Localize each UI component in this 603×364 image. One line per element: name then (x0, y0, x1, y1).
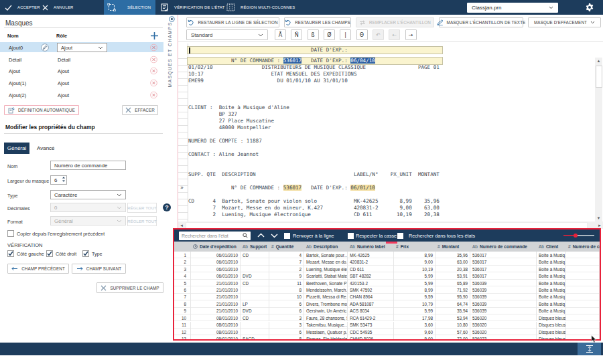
table-row[interactable]: 1309/01/2010SACD8Strauss, Ein Heldenle…C… (174, 335, 600, 341)
role-select[interactable]: Ajout (57, 43, 107, 52)
edit-pencil-icon[interactable] (41, 43, 49, 52)
table-row[interactable]: 1008/01/2010CD3Faure, 28 chansons, S…RCA… (174, 314, 600, 321)
report-line[interactable] (188, 158, 440, 165)
report-line[interactable]: SUPP. QTE DESCRIPTION LABEL/N° PX_UNIT M… (188, 171, 440, 178)
zoom-slider[interactable] (563, 232, 594, 239)
trap-char-button[interactable]: Θ (356, 29, 368, 40)
fit-height-button[interactable] (578, 343, 601, 355)
report-line[interactable] (188, 131, 440, 138)
report-line[interactable] (188, 191, 440, 198)
table-row[interactable]: 206/01/20107Mozart, Messe en do…420831-2… (174, 258, 600, 265)
wrap-checkbox[interactable] (284, 233, 290, 239)
column-header[interactable]: #Prix (394, 242, 436, 252)
trap-char-button[interactable]: Å (275, 29, 286, 40)
tab-selection[interactable]: SÉLECTION (104, 0, 155, 15)
auto-define-button[interactable]: DÉFINITION AUTOMATIQUE (4, 105, 79, 115)
mask-row[interactable]: Ajout0Ajout (0, 41, 163, 54)
column-header[interactable]: #Quantité (269, 242, 304, 252)
tab-advanced[interactable]: Avancé (37, 143, 55, 154)
checked-checkbox[interactable] (7, 250, 14, 257)
mask-row[interactable]: Ajout(1)Ajout (0, 77, 163, 89)
next-field-button[interactable]: CHAMP SUIVANT (72, 264, 126, 274)
report-line[interactable]: 27 Place Muscatine (188, 118, 440, 124)
report-line[interactable]: 7 Mozart, Messe en do mineur, K.427 4208… (188, 205, 440, 211)
report-line[interactable] (188, 178, 440, 185)
verification-checkbox-row[interactable]: Côté droit (46, 250, 76, 257)
table-row[interactable]: 821/01/2010LP6Divers, Trombone mo…ADA 58… (174, 300, 600, 307)
trap-char-button[interactable]: Ñ (291, 29, 302, 40)
column-header[interactable]: AbDescription (304, 242, 348, 252)
width-stepper[interactable]: 6 (50, 175, 67, 185)
verification-checkbox-row[interactable]: Type (82, 250, 103, 257)
line-gutter[interactable] (178, 43, 188, 223)
tab-general[interactable]: Général (4, 143, 29, 154)
stepper-arrows[interactable] (62, 176, 66, 184)
search-input[interactable]: Rechercher dans l'état (179, 232, 251, 240)
delete-mask-icon[interactable] (150, 68, 157, 75)
column-header[interactable] (174, 242, 191, 252)
table-row[interactable]: 1208/01/20106Messiaen, Quatuor p…CDC 549… (174, 329, 600, 335)
table-row[interactable]: 106/01/2010CD4Bartok, Sonate pour…MK-426… (174, 252, 600, 258)
report-line[interactable]: NUMERO DE COMPTE : 11887 (188, 138, 440, 145)
restore-selection-line-button[interactable]: RESTAURER LA LIGNE DE SÉLECTION (186, 17, 279, 27)
report-line[interactable] (188, 98, 440, 104)
checked-checkbox[interactable] (82, 250, 89, 257)
report-line[interactable]: 2 Luening, Musique électronique CD 611 1… (188, 211, 440, 218)
mask-row[interactable]: Ajout(2)Ajout (0, 89, 163, 101)
column-header[interactable]: AbNuméro de commande (470, 242, 537, 252)
table-row[interactable]: 406/01/2010DVD9Scarlatti, Stabat MaterSB… (174, 272, 600, 279)
delete-mask-icon[interactable] (150, 91, 157, 98)
copy-checkbox[interactable] (7, 230, 14, 237)
type-select[interactable]: Caractère (50, 190, 126, 199)
mask-row[interactable]: DétailDétail (0, 54, 163, 66)
search-next-button[interactable] (270, 232, 279, 239)
tab-multicolumn[interactable]: RÉGION MULTI-COLONNES (226, 0, 295, 15)
report-line[interactable]: CD 4 Bartok, Sonate pour violon solo MK-… (188, 198, 440, 205)
scroll-up-icon[interactable]: ▲ (595, 58, 602, 64)
restore-fields-button[interactable]: RESTAURER LES CHAMPS (284, 17, 351, 27)
report-text[interactable]: 01/02/10 DISTRIBUTEURS DE MUSIQUE CLASSI… (188, 64, 440, 218)
report-line[interactable]: 10:17 ETAT MENSUEL DES EXPEDITIONS (188, 71, 440, 78)
verification-checkbox-row[interactable]: Côté gauche (7, 250, 44, 257)
h-scroll-thumb[interactable] (186, 222, 588, 229)
tab-verification[interactable]: VÉRIFICATION DE L'ÉTAT (161, 0, 224, 15)
accept-button[interactable]: ACCEPTER (5, 0, 40, 15)
checked-checkbox[interactable] (46, 250, 53, 257)
column-header[interactable]: #Montant (436, 242, 470, 252)
clear-button[interactable]: EFFACER (122, 105, 158, 115)
scroll-down-icon[interactable]: ▼ (595, 215, 602, 221)
copy-checkbox-row[interactable]: Copier depuis l'enregistrement précédent (7, 230, 105, 237)
table-row[interactable]: 1108/01/20103Takemitsu, Musique…SMK 5347… (174, 322, 600, 329)
column-header[interactable]: AbSupport (241, 242, 269, 252)
erase-mask-dropdown[interactable]: MASQUE D'EFFACEMENT (528, 17, 601, 27)
report-line[interactable]: EME99 DU 01/01/10 AU 31/01/10 (188, 78, 440, 84)
trap-char-button[interactable]: ß (308, 29, 319, 40)
delete-mask-icon[interactable] (150, 44, 157, 52)
nom-input[interactable]: Numéro de commande (50, 161, 126, 170)
mask-row[interactable]: AjoutAjout (0, 65, 163, 77)
all-states-checkbox[interactable] (397, 233, 403, 239)
report-line[interactable] (188, 165, 440, 171)
table-row[interactable]: 721/01/201010Pizzetti, Messa di Re…CHAN … (174, 294, 600, 300)
delete-field-button[interactable]: SUPPRIMER LE CHAMP (96, 282, 163, 293)
report-line[interactable]: N° DE COMMANDE : 536017 DATE D'EXP.: 06/… (188, 185, 440, 191)
file-selector[interactable]: Classjan.prn (467, 3, 558, 13)
report-line[interactable] (188, 91, 440, 98)
cancel-button[interactable]: ANNULER (42, 0, 74, 15)
table-row[interactable]: 306/01/20102Luening, Musique éle…CD 6111… (174, 266, 600, 272)
tab-masques-et-champs[interactable]: MASQUES ET CHAMPS (168, 24, 174, 88)
table-row[interactable]: 621/01/20108Mendelssohn, March…SMK 47592… (174, 286, 600, 293)
report-line[interactable]: 48000 Montpellier (188, 124, 440, 131)
add-mask-button[interactable] (150, 31, 159, 40)
report-line[interactable]: BP 327 (188, 111, 440, 118)
mask-kind-select[interactable]: Standard (186, 29, 268, 40)
next-trap-button[interactable]: → (405, 29, 417, 40)
table-row[interactable]: 521/01/2010CD11Beethoven, Sonate P…42015… (174, 280, 600, 286)
report-line[interactable]: CLIENT : Boite à Musique d'Aline (188, 104, 440, 111)
case-checkbox[interactable] (348, 233, 354, 239)
trap-char-button[interactable]: | (340, 29, 351, 40)
report-line[interactable] (188, 84, 440, 91)
hide-sample-button[interactable]: MASQUER L'ÉCHANTILLON DE TEXTE (439, 17, 523, 27)
column-header[interactable]: Date d'expédition (191, 242, 241, 252)
column-header[interactable]: #Numéro de compte (566, 242, 600, 252)
